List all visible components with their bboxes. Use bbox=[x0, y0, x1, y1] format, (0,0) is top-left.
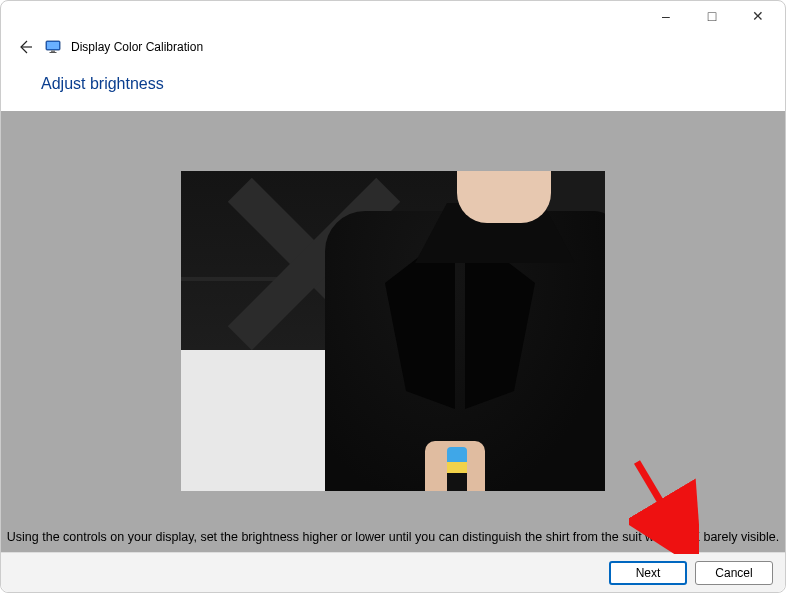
monitor-icon bbox=[45, 39, 61, 55]
footer: Next Cancel bbox=[1, 552, 785, 592]
maximize-button[interactable]: □ bbox=[689, 2, 735, 30]
brightness-reference-image bbox=[181, 171, 605, 491]
back-arrow-icon bbox=[17, 39, 33, 55]
image-neck bbox=[457, 171, 551, 223]
header: Display Color Calibration bbox=[1, 31, 785, 59]
svg-rect-3 bbox=[51, 51, 55, 53]
close-button[interactable]: ✕ bbox=[735, 2, 781, 30]
svg-rect-2 bbox=[47, 42, 59, 49]
image-cable bbox=[447, 447, 467, 491]
instruction-text: Using the controls on your display, set … bbox=[1, 529, 785, 546]
heading-row: Adjust brightness bbox=[1, 59, 785, 111]
app-title: Display Color Calibration bbox=[71, 40, 203, 54]
image-figure bbox=[334, 171, 605, 491]
svg-rect-4 bbox=[50, 52, 57, 53]
page-title: Adjust brightness bbox=[41, 75, 745, 93]
cancel-button[interactable]: Cancel bbox=[695, 561, 773, 585]
titlebar: – □ ✕ bbox=[1, 1, 785, 31]
minimize-button[interactable]: – bbox=[643, 2, 689, 30]
wizard-window: – □ ✕ Display Color Calibration Adjust b… bbox=[0, 0, 786, 593]
back-button[interactable] bbox=[15, 37, 35, 57]
content-area: Using the controls on your display, set … bbox=[1, 111, 785, 552]
next-button[interactable]: Next bbox=[609, 561, 687, 585]
